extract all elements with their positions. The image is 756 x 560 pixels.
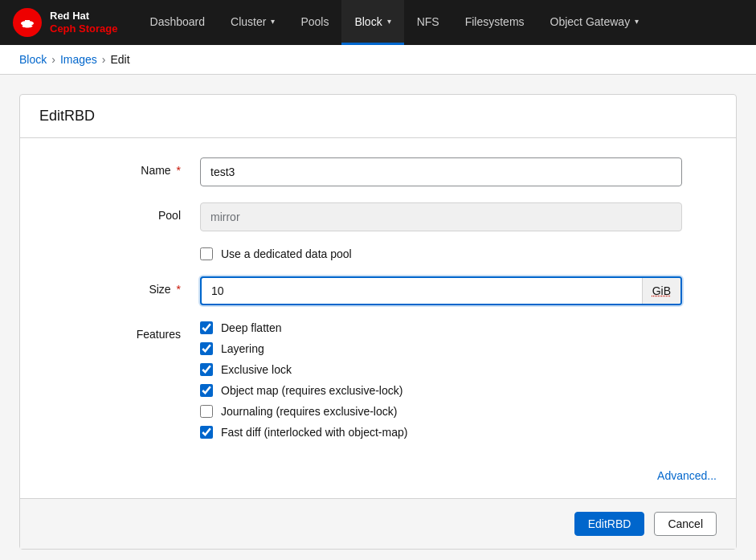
advanced-link-container: Advanced... [39,463,717,485]
brand-text: Red Hat Ceph Storage [50,10,118,35]
breadcrumb-current: Edit [111,53,130,66]
breadcrumb-sep-1: › [51,53,55,66]
nav-item-filesystems[interactable]: Filesystems [452,0,537,45]
feature-fast-diff-checkbox[interactable] [200,426,213,439]
feature-journaling-checkbox[interactable] [200,405,213,418]
brand-line1: Red Hat [50,10,118,22]
feature-object-map-row: Object map (requires exclusive-lock) [200,384,682,397]
dedicated-pool-label-spacer [39,247,200,254]
name-control [200,157,682,186]
dedicated-pool-checkbox[interactable] [200,247,213,260]
features-field-row: Features Deep flatten Layering Exclusive… [39,321,717,447]
nav-item-cluster[interactable]: Cluster ▾ [218,0,288,45]
pool-field-row: Pool [39,202,717,231]
dedicated-pool-row: Use a dedicated data pool [39,247,717,260]
brand-line2: Ceph Storage [50,22,118,35]
feature-journaling-label[interactable]: Journaling (requires exclusive-lock) [221,405,397,418]
breadcrumb: Block › Images › Edit [0,45,756,75]
nav-item-cluster-label: Cluster [231,15,266,28]
feature-layering-checkbox[interactable] [200,342,213,355]
pool-control [200,202,682,231]
feature-exclusive-lock-checkbox[interactable] [200,363,213,376]
nav-item-nfs[interactable]: NFS [404,0,452,45]
size-input[interactable] [202,278,642,304]
size-label: Size * [39,276,200,296]
feature-fast-diff-row: Fast diff (interlocked with object-map) [200,426,682,439]
feature-exclusive-lock-row: Exclusive lock [200,363,682,376]
name-input[interactable] [200,157,682,186]
dedicated-pool-checkbox-row: Use a dedicated data pool [200,247,682,260]
feature-journaling-row: Journaling (requires exclusive-lock) [200,405,682,418]
feature-layering-label[interactable]: Layering [221,342,264,355]
feature-deep-flatten-checkbox[interactable] [200,321,213,334]
feature-layering-row: Layering [200,342,682,355]
feature-object-map-label[interactable]: Object map (requires exclusive-lock) [221,384,403,397]
feature-exclusive-lock-label[interactable]: Exclusive lock [221,363,292,376]
size-required-star: * [174,283,181,296]
cancel-button[interactable]: Cancel [654,512,717,536]
feature-deep-flatten-label[interactable]: Deep flatten [221,321,282,334]
nav-item-pools[interactable]: Pools [288,0,341,45]
pool-label-text: Pool [158,209,181,222]
breadcrumb-images[interactable]: Images [60,53,97,66]
name-label: Name * [39,157,200,177]
breadcrumb-sep-2: › [102,53,106,66]
features-label-text: Features [137,328,181,341]
object-gateway-dropdown-icon: ▾ [635,17,639,26]
size-control: GiB [200,276,682,305]
size-unit-selector[interactable]: GiB [642,278,680,304]
dedicated-pool-checkbox-label[interactable]: Use a dedicated data pool [221,247,352,260]
nav-items: Dashboard Cluster ▾ Pools Block ▾ NFS Fi… [137,0,652,45]
advanced-link[interactable]: Advanced... [657,469,717,482]
submit-button[interactable]: EditRBD [574,512,645,536]
nav-item-dashboard[interactable]: Dashboard [137,0,219,45]
pool-label: Pool [39,202,200,222]
nav-item-object-gateway-label: Object Gateway [550,15,631,28]
pool-input [200,202,682,231]
block-dropdown-icon: ▾ [387,17,391,26]
feature-object-map-checkbox[interactable] [200,384,213,397]
feature-deep-flatten-row: Deep flatten [200,321,682,334]
name-label-text: Name [141,164,170,177]
breadcrumb-block[interactable]: Block [19,53,47,66]
nav-item-object-gateway[interactable]: Object Gateway ▾ [537,0,652,45]
dedicated-pool-control: Use a dedicated data pool [200,247,682,260]
features-label: Features [39,321,200,341]
form-footer: EditRBD Cancel [20,498,736,549]
form-title: EditRBD [20,95,736,138]
size-field-row: Size * GiB [39,276,717,305]
size-input-wrapper: GiB [200,276,682,305]
form-card: EditRBD Name * Pool [19,94,737,550]
nav-item-block-label: Block [354,15,382,28]
top-navigation: Red Hat Ceph Storage Dashboard Cluster ▾… [0,0,756,45]
name-field-row: Name * [39,157,717,186]
nav-item-block[interactable]: Block ▾ [341,0,403,45]
feature-fast-diff-label[interactable]: Fast diff (interlocked with object-map) [221,426,407,439]
cluster-dropdown-icon: ▾ [271,17,275,26]
size-label-text: Size [149,283,170,296]
size-unit-text: GiB [652,284,671,297]
name-required-star: * [174,164,181,177]
form-body: Name * Pool [20,138,736,498]
brand-logo: Red Hat Ceph Storage [13,8,118,37]
redhat-logo-icon [13,8,42,37]
main-content: EditRBD Name * Pool [0,75,756,560]
features-control: Deep flatten Layering Exclusive lock Obj… [200,321,682,447]
